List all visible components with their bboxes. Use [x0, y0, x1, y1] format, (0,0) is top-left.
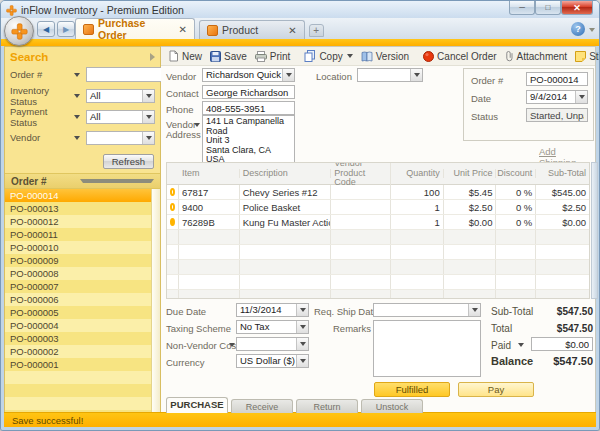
cancel-order-button[interactable]: Cancel Order — [419, 50, 500, 63]
copy-button[interactable]: Copy — [300, 49, 356, 63]
refresh-button[interactable]: Refresh — [103, 154, 154, 169]
filter-type-icon[interactable] — [74, 73, 80, 77]
location-select[interactable] — [357, 68, 423, 82]
filter-type-icon[interactable] — [74, 115, 80, 119]
list-item[interactable]: PO-000008 — [5, 267, 151, 280]
list-item[interactable]: PO-000012 — [5, 215, 151, 228]
dropdown-icon[interactable] — [142, 111, 154, 123]
currency-select[interactable]: US Dollar ($) — [236, 354, 309, 368]
order-no-input[interactable] — [526, 72, 588, 86]
table-row[interactable]: 76289B Kung Fu Master Action Figure 1 $0… — [167, 215, 589, 230]
dropdown-icon[interactable] — [282, 69, 294, 81]
list-item[interactable]: PO-000002 — [5, 345, 151, 358]
dropdown-icon[interactable] — [296, 355, 308, 367]
req-ship-date-picker[interactable] — [373, 303, 481, 317]
taxing-scheme-select[interactable]: No Tax — [236, 320, 309, 334]
non-vendor-costs-select[interactable] — [236, 337, 309, 351]
collapse-sidebar-icon[interactable] — [150, 53, 155, 61]
vendor-combobox[interactable]: Richardson Quick Liquidator — [202, 68, 295, 82]
footer-tab-receive[interactable]: Receive — [231, 399, 293, 413]
footer-tab-unstock[interactable]: Unstock — [361, 399, 423, 413]
sticky-button[interactable]: Sticky — [571, 50, 600, 63]
vendor-address-box[interactable]: 141 La Campanella Road Unit 3 Santa Clar… — [202, 115, 295, 165]
address-type-icon[interactable] — [194, 123, 200, 127]
remarks-textarea[interactable] — [373, 320, 481, 377]
order-list-header[interactable]: Order # — [5, 173, 160, 189]
col-vendor-code[interactable]: Vendor Product Code — [331, 162, 391, 188]
search-panel: Search Order # Inventory Status All — [5, 47, 160, 173]
pay-button[interactable]: Pay — [458, 382, 534, 397]
col-discount[interactable]: Discount — [496, 169, 536, 179]
footer-tab-purchase[interactable]: PURCHASE — [166, 397, 228, 413]
save-button[interactable]: Save — [206, 50, 251, 63]
col-unit-price[interactable]: Unit Price — [444, 169, 497, 179]
due-date-picker[interactable]: 11/3/2014 — [236, 303, 309, 317]
version-button[interactable]: Version — [357, 50, 413, 63]
list-item[interactable]: PO-000011 — [5, 228, 151, 241]
table-row[interactable]: 67817 Chevy Series #12 100 $5.45 0 % $54… — [167, 185, 589, 200]
dropdown-icon[interactable] — [575, 91, 587, 103]
back-button[interactable]: ◀ — [37, 21, 55, 37]
forward-button[interactable]: ▶ — [57, 21, 75, 37]
help-button[interactable]: ? — [571, 22, 585, 36]
dropdown-icon[interactable] — [142, 90, 154, 102]
list-scrollbar[interactable] — [151, 189, 160, 412]
payment-status-select[interactable]: All — [86, 110, 155, 124]
footer-tab-return[interactable]: Return — [296, 399, 358, 413]
list-item[interactable]: PO-000010 — [5, 241, 151, 254]
date-picker[interactable]: 9/4/2014 — [526, 90, 588, 104]
dropdown-icon[interactable] — [142, 132, 154, 144]
fulfilled-button[interactable]: Fulfilled — [374, 382, 450, 397]
col-item[interactable]: Item — [179, 169, 240, 179]
empty-row[interactable] — [167, 290, 589, 299]
inventory-status-select[interactable]: All — [86, 89, 155, 103]
help-dropdown-icon[interactable] — [589, 28, 595, 32]
list-item[interactable]: PO-000007 — [5, 280, 151, 293]
maximize-button[interactable]: □ — [535, 1, 561, 15]
vendor-select[interactable] — [86, 131, 155, 145]
paid-type-icon[interactable] — [518, 343, 524, 347]
tab-purchase-order[interactable]: Purchase Order ✕ — [75, 18, 195, 39]
list-item[interactable]: PO-000014 — [5, 189, 151, 202]
empty-row[interactable] — [167, 245, 589, 260]
table-scrollbar[interactable] — [591, 162, 598, 299]
table-row[interactable]: 9400 Police Basket 1 $2.50 0 % $2.50 — [167, 200, 589, 215]
contact-input[interactable] — [202, 85, 295, 99]
non-vendor-costs-type-icon[interactable] — [229, 343, 235, 347]
list-item[interactable]: PO-000003 — [5, 332, 151, 345]
sort-icon[interactable] — [80, 179, 155, 183]
list-item[interactable]: PO-000009 — [5, 254, 151, 267]
dropdown-icon[interactable] — [468, 304, 480, 316]
print-button[interactable]: Print — [251, 50, 295, 63]
dropdown-icon[interactable] — [296, 321, 308, 333]
col-quantity[interactable]: Quantity — [391, 169, 444, 179]
minimize-button[interactable]: ─ — [509, 1, 535, 15]
tab-close-icon[interactable]: ✕ — [288, 25, 296, 36]
dropdown-icon[interactable] — [296, 338, 308, 350]
dropdown-icon[interactable] — [296, 304, 308, 316]
new-tab-button[interactable]: + — [309, 24, 324, 37]
filter-type-icon[interactable] — [74, 94, 80, 98]
list-item[interactable]: PO-000005 — [5, 306, 151, 319]
empty-row[interactable] — [167, 275, 589, 290]
list-item[interactable]: PO-000006 — [5, 293, 151, 306]
attachment-button[interactable]: Attachment — [501, 49, 572, 63]
col-description[interactable]: Description — [240, 169, 332, 179]
dropdown-icon[interactable] — [410, 69, 422, 81]
inflow-logo-button[interactable] — [4, 16, 34, 46]
filter-type-icon[interactable] — [74, 136, 80, 140]
copy-dropdown-icon[interactable] — [347, 54, 353, 58]
paid-input[interactable] — [531, 337, 593, 351]
tab-product[interactable]: Product ✕ — [199, 20, 305, 39]
empty-row[interactable] — [167, 230, 589, 245]
line-status-icon — [170, 218, 175, 226]
list-item[interactable]: PO-000013 — [5, 202, 151, 215]
new-button[interactable]: New — [164, 49, 206, 63]
empty-row[interactable] — [167, 260, 589, 275]
tab-close-icon[interactable]: ✕ — [179, 24, 187, 35]
list-item[interactable]: PO-000001 — [5, 358, 151, 371]
col-subtotal[interactable]: Sub-Total — [536, 169, 589, 179]
list-item[interactable]: PO-000004 — [5, 319, 151, 332]
phone-input[interactable] — [202, 101, 295, 115]
close-button[interactable]: ✕ — [561, 1, 593, 15]
